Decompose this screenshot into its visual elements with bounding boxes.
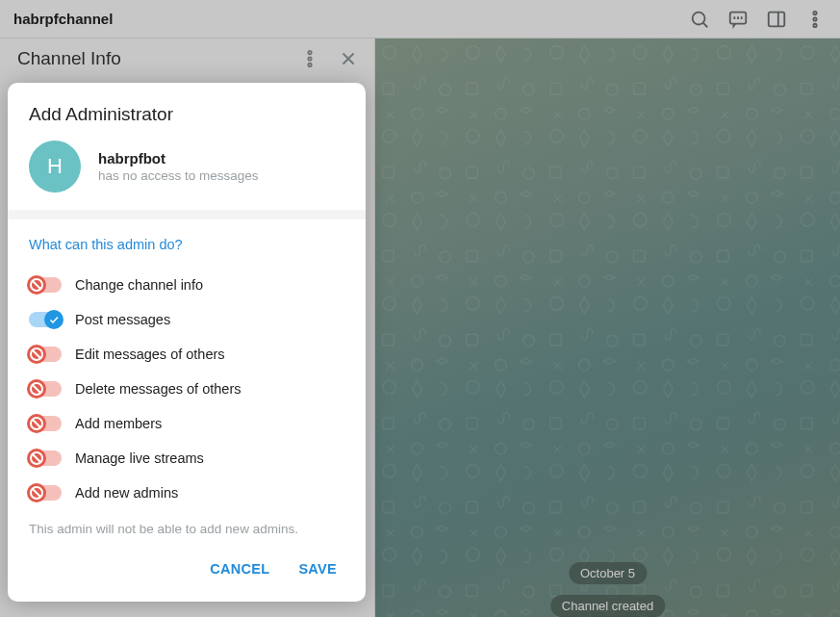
channel-info-header: Channel Info <box>0 35 375 83</box>
permission-label: Post messages <box>75 312 170 327</box>
permission-row[interactable]: Add members <box>29 406 344 441</box>
modal-title: Add Administrator <box>8 83 366 141</box>
permission-row[interactable]: Change channel info <box>29 268 344 302</box>
channel-info-more-icon[interactable] <box>293 41 327 76</box>
permission-label: Edit messages of others <box>75 347 225 362</box>
close-icon[interactable] <box>331 41 366 76</box>
svg-point-17 <box>308 64 311 66</box>
permission-toggle[interactable] <box>29 485 62 501</box>
permissions-footer-note: This admin will not be able to add new a… <box>8 518 366 538</box>
user-name: habrpfbot <box>98 150 259 167</box>
permission-row[interactable]: Edit messages of others <box>29 337 344 372</box>
permission-label: Delete messages of others <box>75 381 241 397</box>
permission-toggle[interactable] <box>29 416 62 431</box>
add-administrator-modal: Add Administrator H habrpfbot has no acc… <box>8 83 366 602</box>
avatar: H <box>29 141 81 193</box>
save-button[interactable]: SAVE <box>291 555 344 582</box>
permission-toggle[interactable] <box>29 450 62 466</box>
permissions-heading: What can this admin do? <box>29 237 344 252</box>
divider <box>8 210 366 219</box>
svg-point-15 <box>308 51 311 54</box>
user-row[interactable]: H habrpfbot has no access to messages <box>8 141 366 210</box>
cancel-button[interactable]: CANCEL <box>202 555 277 582</box>
permission-toggle[interactable] <box>29 347 62 362</box>
channel-info-title: Channel Info <box>17 48 121 69</box>
permission-toggle[interactable] <box>29 312 62 327</box>
permission-row[interactable]: Delete messages of others <box>29 372 344 406</box>
svg-point-16 <box>308 57 311 60</box>
permission-row[interactable]: Add new admins <box>29 476 344 510</box>
permission-label: Change channel info <box>75 277 203 293</box>
permission-row[interactable]: Manage live streams <box>29 441 344 476</box>
permission-label: Add new admins <box>75 485 178 501</box>
permission-label: Add members <box>75 416 162 431</box>
permission-label: Manage live streams <box>75 450 204 466</box>
user-subtitle: has no access to messages <box>98 168 259 183</box>
permission-toggle[interactable] <box>29 277 62 293</box>
permission-row[interactable]: Post messages <box>29 302 344 337</box>
permission-toggle[interactable] <box>29 381 62 397</box>
